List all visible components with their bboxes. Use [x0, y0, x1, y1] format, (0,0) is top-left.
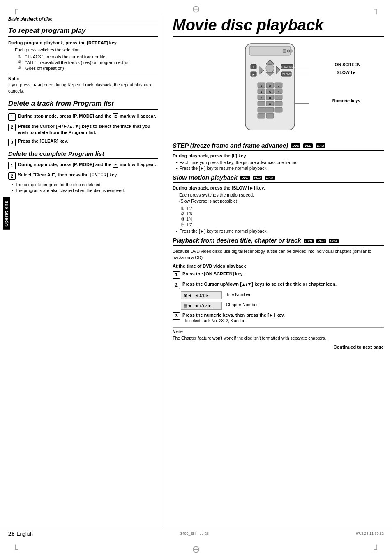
- chapter-icon-box: ▤◄ ◄ 1/12 ►: [181, 302, 222, 310]
- bottom-decorative: └ ⊕ ┘: [0, 540, 392, 555]
- step-divx-badge: DivX: [316, 143, 326, 148]
- repeat-item-2: ② "ALL" : repeats all the tracks (files)…: [18, 60, 158, 65]
- svg-text:0: 0: [269, 102, 271, 106]
- playback-note: Note: The Chapter feature won't work if …: [173, 327, 384, 341]
- svg-text:SLOW: SLOW: [282, 73, 291, 76]
- bottom-left-mark: └: [12, 545, 18, 553]
- slow-resume-note: Press the [►] key to resume normal playb…: [176, 229, 384, 234]
- playback-step-2-text: Press the Cursor up/down [▲/▼] keys to s…: [182, 281, 384, 287]
- svg-text:6: 6: [278, 90, 280, 94]
- svg-text:2: 2: [269, 84, 271, 88]
- playback-step-2-num: 2: [173, 282, 180, 289]
- step-dvd-badge: DVD: [291, 143, 300, 148]
- delete-track-step-3-num: 3: [8, 139, 16, 146]
- delete-track-step-3: 3 Press the [CLEAR] key.: [8, 138, 158, 146]
- main-title: Movie disc playback: [173, 17, 384, 37]
- slow-instruction: During playback, press the [SLOW I►] key…: [173, 185, 384, 190]
- step-bullet-2: Press the [►] key to resume normal playb…: [176, 166, 384, 171]
- svg-rect-42: [258, 113, 265, 118]
- delete-complete-title: Delete the complete Program list: [8, 150, 158, 159]
- delete-complete-steps: 1 During stop mode, press [P. MODE] and …: [8, 162, 158, 180]
- svg-text:ON SCREEN: ON SCREEN: [279, 65, 295, 68]
- svg-text:1: 1: [261, 84, 263, 88]
- playback-step-1-text: Press the [ON SCREEN] key.: [182, 271, 384, 277]
- operations-label: Operations: [3, 197, 10, 230]
- playback-step-3-num: 3: [173, 312, 180, 320]
- repeat-item-3-text: Goes off (repeat off): [25, 66, 64, 71]
- delete-complete-step-1-num: 1: [8, 162, 16, 169]
- main-content: Operations Basic playback of disc To rep…: [0, 15, 392, 527]
- slow-speeds: ① 1/7 ② 1/6 ③ 1/4 ④ 1/2: [181, 206, 384, 227]
- repeat-item-1: ① "TRACK" : repeats the current track or…: [18, 54, 158, 59]
- playback-step-3-text: Press the numeric keys, then press the […: [182, 312, 285, 317]
- step-vcd-badge: VCD: [303, 143, 313, 148]
- delete-track-step-2-content: Press the Cursor [◄/►/▲/▼] keys to selec…: [18, 123, 158, 136]
- svg-point-3: [287, 50, 290, 52]
- repeat-item-3-num: ③: [18, 66, 25, 70]
- title-icon-box: ⚙◄ ◄ 1/3 ►: [181, 291, 222, 299]
- svg-rect-43: [266, 113, 274, 118]
- repeat-item-2-num: ②: [18, 60, 25, 64]
- repeat-note-label: Note:: [8, 76, 158, 81]
- delete-track-step-3-content: Press the [CLEAR] key.: [18, 138, 158, 144]
- repeat-note-section: Note: If you press [►◄] once during Repe…: [8, 74, 158, 94]
- section-label-top: Basic playback of disc: [8, 17, 158, 23]
- chapter-nav: ◄ 1/12 ►: [194, 303, 212, 308]
- repeat-item-3: ③ Goes off (repeat off): [18, 66, 158, 71]
- remote-svg: II ► SLOW ON SCREEN 1 2 3: [221, 42, 336, 136]
- title-nav: ◄ 1/3 ►: [194, 293, 210, 298]
- delete-track-step-2-num: 2: [8, 124, 16, 131]
- delete-complete-bullet-1: The complete program for the disc is del…: [12, 182, 158, 187]
- repeat-items: ① "TRACK" : repeats the current track or…: [18, 54, 158, 71]
- svg-point-9: [266, 64, 274, 72]
- slow-speed-4: ④ 1/2: [181, 222, 384, 227]
- repeat-item-1-num: ①: [18, 54, 25, 58]
- page-footer: 26 English 3400_EN.indd 26 07.3.26 11:30…: [0, 527, 392, 540]
- delete-complete-step-1-content: During stop mode, press [P. MODE] and th…: [18, 162, 158, 168]
- playback-step-3-content: Press the numeric keys, then press the […: [182, 312, 384, 324]
- remote-illustration: II ► SLOW ON SCREEN 1 2 3: [221, 42, 336, 137]
- slow-speed-3: ③ 1/4: [181, 217, 384, 222]
- step-bullet-1: Each time you press the key, the picture…: [176, 160, 384, 165]
- slow-speed-1: ① 1/7: [181, 206, 384, 211]
- svg-text:9: 9: [278, 96, 280, 100]
- playback-steps: 1 Press the [ON SCREEN] key. 2 Press the…: [173, 271, 384, 289]
- chapter-icon-row: ▤◄ ◄ 1/12 ► Chapter Number: [181, 302, 384, 310]
- playback-step-1: 1 Press the [ON SCREEN] key.: [173, 271, 384, 279]
- playback-title: Playback from desired title, chapter or …: [173, 237, 384, 246]
- delete-track-step-2: 2 Press the Cursor [◄/►/▲/▼] keys to sel…: [8, 123, 158, 136]
- page-language: English: [17, 531, 33, 537]
- playback-note-label: Note:: [173, 329, 384, 334]
- svg-point-2: [283, 49, 286, 53]
- svg-point-4: [291, 50, 293, 52]
- repeat-instruction: During program playback, press the [REPE…: [8, 40, 158, 45]
- delete-track-step-1-text: During stop mode, press [P. MODE] and th…: [18, 113, 156, 118]
- delete-complete-step-1: 1 During stop mode, press [P. MODE] and …: [8, 162, 158, 169]
- step-title: STEP (freeze frame and frame advance) DV…: [173, 142, 384, 151]
- delete-track-step-1-num: 1: [8, 113, 16, 121]
- on-screen-label: ON SCREEN: [335, 62, 360, 67]
- playback-dvd-badge: DVD: [304, 239, 314, 243]
- numeric-keys-label: Numeric keys: [332, 98, 360, 103]
- svg-rect-39: [275, 101, 282, 106]
- svg-rect-40: [258, 107, 274, 112]
- playback-divx-badge: DivX: [329, 239, 339, 243]
- step-section: STEP (freeze frame and frame advance) DV…: [173, 142, 384, 171]
- delete-track-step-3-text: Press the [CLEAR] key.: [18, 139, 68, 143]
- footer-date: 07.3.26 11:30:32: [356, 532, 384, 536]
- slow-vcd-badge: VCD: [253, 176, 262, 180]
- delete-complete-step-2-content: Select "Clear All", then press the [ENTE…: [18, 172, 158, 178]
- playback-step-2: 2 Press the Cursor up/down [▲/▼] keys to…: [173, 281, 384, 289]
- delete-complete-step-2-num: 2: [8, 172, 16, 180]
- repeat-section-title: To repeat program play: [8, 27, 158, 37]
- slow-speed-2: ② 1/6: [181, 211, 384, 216]
- delete-complete-bullets: The complete program for the disc is del…: [8, 182, 158, 193]
- slow-label: SLOW I►: [337, 70, 356, 75]
- svg-text:4: 4: [261, 90, 263, 94]
- footer-file: 3400_EN.indd 26: [180, 532, 209, 536]
- playback-step-3-note: To select track No. 23: 2, 3 and ►: [184, 318, 384, 324]
- playback-step-3: 3 Press the numeric keys, then press the…: [173, 312, 384, 324]
- bottom-right-mark: ┘: [374, 545, 380, 553]
- svg-rect-41: [275, 107, 282, 112]
- page-number-section: 26 English: [8, 530, 33, 537]
